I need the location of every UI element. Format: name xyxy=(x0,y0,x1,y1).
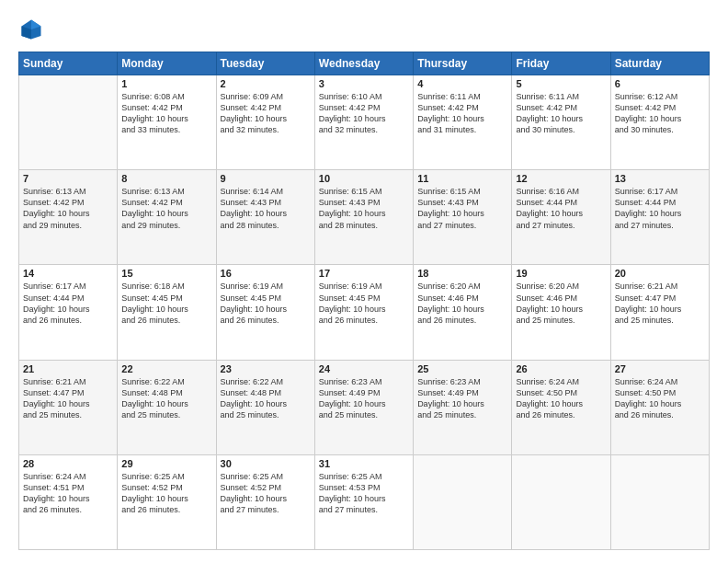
day-number: 5 xyxy=(516,78,606,89)
calendar-week-5: 28Sunrise: 6:24 AM Sunset: 4:51 PM Dayli… xyxy=(19,454,710,549)
calendar-cell: 14Sunrise: 6:17 AM Sunset: 4:44 PM Dayli… xyxy=(19,265,118,360)
calendar-cell: 18Sunrise: 6:20 AM Sunset: 4:46 PM Dayli… xyxy=(414,265,512,360)
calendar-cell: 19Sunrise: 6:20 AM Sunset: 4:46 PM Dayli… xyxy=(512,265,610,360)
calendar-cell: 24Sunrise: 6:23 AM Sunset: 4:49 PM Dayli… xyxy=(314,360,413,454)
day-info: Sunrise: 6:14 AM Sunset: 4:43 PM Dayligh… xyxy=(221,186,311,231)
day-info: Sunrise: 6:24 AM Sunset: 4:50 PM Dayligh… xyxy=(615,376,705,421)
calendar-cell: 23Sunrise: 6:22 AM Sunset: 4:48 PM Dayli… xyxy=(216,360,314,454)
day-number: 19 xyxy=(516,268,606,279)
day-number: 8 xyxy=(121,173,211,184)
day-number: 20 xyxy=(615,268,705,279)
logo xyxy=(18,17,48,42)
weekday-thursday: Thursday xyxy=(414,52,512,75)
day-number: 24 xyxy=(319,363,409,374)
day-info: Sunrise: 6:25 AM Sunset: 4:52 PM Dayligh… xyxy=(121,471,211,516)
day-number: 15 xyxy=(121,268,211,279)
weekday-sunday: Sunday xyxy=(19,52,118,75)
day-number: 18 xyxy=(417,268,507,279)
weekday-saturday: Saturday xyxy=(610,52,709,75)
day-number: 27 xyxy=(615,363,705,374)
day-info: Sunrise: 6:17 AM Sunset: 4:44 PM Dayligh… xyxy=(23,281,113,326)
calendar-cell: 6Sunrise: 6:12 AM Sunset: 4:42 PM Daylig… xyxy=(610,75,709,170)
calendar-cell: 7Sunrise: 6:13 AM Sunset: 4:42 PM Daylig… xyxy=(19,170,118,265)
day-number: 4 xyxy=(417,78,507,89)
calendar-cell: 17Sunrise: 6:19 AM Sunset: 4:45 PM Dayli… xyxy=(314,265,413,360)
day-info: Sunrise: 6:20 AM Sunset: 4:46 PM Dayligh… xyxy=(417,281,507,326)
page: SundayMondayTuesdayWednesdayThursdayFrid… xyxy=(0,0,728,563)
day-info: Sunrise: 6:25 AM Sunset: 4:52 PM Dayligh… xyxy=(221,471,311,516)
day-info: Sunrise: 6:19 AM Sunset: 4:45 PM Dayligh… xyxy=(319,281,409,326)
weekday-monday: Monday xyxy=(118,52,216,75)
day-number: 17 xyxy=(319,268,409,279)
calendar-week-3: 14Sunrise: 6:17 AM Sunset: 4:44 PM Dayli… xyxy=(19,265,710,360)
day-info: Sunrise: 6:21 AM Sunset: 4:47 PM Dayligh… xyxy=(615,281,705,326)
day-info: Sunrise: 6:16 AM Sunset: 4:44 PM Dayligh… xyxy=(516,186,606,231)
day-number: 26 xyxy=(516,363,606,374)
day-number: 31 xyxy=(319,458,409,469)
calendar-week-2: 7Sunrise: 6:13 AM Sunset: 4:42 PM Daylig… xyxy=(19,170,710,265)
day-info: Sunrise: 6:15 AM Sunset: 4:43 PM Dayligh… xyxy=(319,186,409,231)
weekday-wednesday: Wednesday xyxy=(314,52,413,75)
calendar-cell: 2Sunrise: 6:09 AM Sunset: 4:42 PM Daylig… xyxy=(216,75,314,170)
day-number: 30 xyxy=(221,458,311,469)
calendar-cell: 31Sunrise: 6:25 AM Sunset: 4:53 PM Dayli… xyxy=(314,454,413,549)
day-info: Sunrise: 6:18 AM Sunset: 4:45 PM Dayligh… xyxy=(121,281,211,326)
header xyxy=(18,17,710,42)
calendar-cell: 20Sunrise: 6:21 AM Sunset: 4:47 PM Dayli… xyxy=(610,265,709,360)
calendar-cell: 28Sunrise: 6:24 AM Sunset: 4:51 PM Dayli… xyxy=(19,454,118,549)
day-number: 13 xyxy=(615,173,705,184)
weekday-header-row: SundayMondayTuesdayWednesdayThursdayFrid… xyxy=(19,52,710,75)
day-info: Sunrise: 6:09 AM Sunset: 4:42 PM Dayligh… xyxy=(221,91,311,136)
calendar-cell: 8Sunrise: 6:13 AM Sunset: 4:42 PM Daylig… xyxy=(118,170,216,265)
day-number: 21 xyxy=(23,363,113,374)
calendar-table: SundayMondayTuesdayWednesdayThursdayFrid… xyxy=(18,52,710,550)
weekday-friday: Friday xyxy=(512,52,610,75)
calendar-cell xyxy=(19,75,118,170)
day-number: 25 xyxy=(417,363,507,374)
day-info: Sunrise: 6:10 AM Sunset: 4:42 PM Dayligh… xyxy=(319,91,409,136)
day-info: Sunrise: 6:24 AM Sunset: 4:51 PM Dayligh… xyxy=(23,471,113,516)
day-number: 7 xyxy=(23,173,113,184)
day-info: Sunrise: 6:21 AM Sunset: 4:47 PM Dayligh… xyxy=(23,376,113,421)
calendar-cell: 21Sunrise: 6:21 AM Sunset: 4:47 PM Dayli… xyxy=(19,360,118,454)
day-number: 10 xyxy=(319,173,409,184)
day-info: Sunrise: 6:23 AM Sunset: 4:49 PM Dayligh… xyxy=(319,376,409,421)
calendar-cell: 4Sunrise: 6:11 AM Sunset: 4:42 PM Daylig… xyxy=(414,75,512,170)
calendar-cell: 10Sunrise: 6:15 AM Sunset: 4:43 PM Dayli… xyxy=(314,170,413,265)
day-info: Sunrise: 6:11 AM Sunset: 4:42 PM Dayligh… xyxy=(417,91,507,136)
day-number: 11 xyxy=(417,173,507,184)
day-info: Sunrise: 6:22 AM Sunset: 4:48 PM Dayligh… xyxy=(221,376,311,421)
day-number: 9 xyxy=(221,173,311,184)
day-info: Sunrise: 6:13 AM Sunset: 4:42 PM Dayligh… xyxy=(121,186,211,231)
calendar-cell: 29Sunrise: 6:25 AM Sunset: 4:52 PM Dayli… xyxy=(118,454,216,549)
calendar-cell: 26Sunrise: 6:24 AM Sunset: 4:50 PM Dayli… xyxy=(512,360,610,454)
calendar-cell: 22Sunrise: 6:22 AM Sunset: 4:48 PM Dayli… xyxy=(118,360,216,454)
day-info: Sunrise: 6:24 AM Sunset: 4:50 PM Dayligh… xyxy=(516,376,606,421)
day-number: 1 xyxy=(121,78,211,89)
day-info: Sunrise: 6:13 AM Sunset: 4:42 PM Dayligh… xyxy=(23,186,113,231)
calendar-cell: 5Sunrise: 6:11 AM Sunset: 4:42 PM Daylig… xyxy=(512,75,610,170)
calendar-cell: 15Sunrise: 6:18 AM Sunset: 4:45 PM Dayli… xyxy=(118,265,216,360)
day-number: 3 xyxy=(319,78,409,89)
day-info: Sunrise: 6:12 AM Sunset: 4:42 PM Dayligh… xyxy=(615,91,705,136)
calendar-cell: 13Sunrise: 6:17 AM Sunset: 4:44 PM Dayli… xyxy=(610,170,709,265)
day-info: Sunrise: 6:25 AM Sunset: 4:53 PM Dayligh… xyxy=(319,471,409,516)
calendar-cell: 25Sunrise: 6:23 AM Sunset: 4:49 PM Dayli… xyxy=(414,360,512,454)
calendar-cell: 9Sunrise: 6:14 AM Sunset: 4:43 PM Daylig… xyxy=(216,170,314,265)
day-number: 29 xyxy=(121,458,211,469)
calendar-cell xyxy=(512,454,610,549)
calendar-cell xyxy=(414,454,512,549)
day-info: Sunrise: 6:22 AM Sunset: 4:48 PM Dayligh… xyxy=(121,376,211,421)
day-number: 6 xyxy=(615,78,705,89)
day-info: Sunrise: 6:08 AM Sunset: 4:42 PM Dayligh… xyxy=(121,91,211,136)
day-number: 28 xyxy=(23,458,113,469)
day-number: 23 xyxy=(221,363,311,374)
day-number: 16 xyxy=(221,268,311,279)
calendar-cell xyxy=(610,454,709,549)
day-info: Sunrise: 6:23 AM Sunset: 4:49 PM Dayligh… xyxy=(417,376,507,421)
day-number: 12 xyxy=(516,173,606,184)
calendar-cell: 3Sunrise: 6:10 AM Sunset: 4:42 PM Daylig… xyxy=(314,75,413,170)
day-info: Sunrise: 6:11 AM Sunset: 4:42 PM Dayligh… xyxy=(516,91,606,136)
weekday-tuesday: Tuesday xyxy=(216,52,314,75)
calendar-week-4: 21Sunrise: 6:21 AM Sunset: 4:47 PM Dayli… xyxy=(19,360,710,454)
